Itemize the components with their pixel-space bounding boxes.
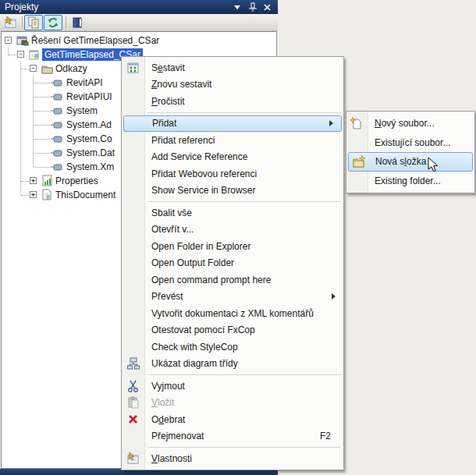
tree-item-label[interactable]: RevitAPI — [64, 76, 105, 89]
expander-icon[interactable]: + — [30, 191, 37, 198]
menu-item-paste: Vložit — [122, 395, 343, 412]
refresh-button[interactable] — [44, 15, 62, 30]
properties-node-icon — [41, 175, 54, 187]
menu-item-add[interactable]: Přidat — [123, 115, 342, 133]
solution-icon — [16, 34, 29, 47]
toolbar-separator — [22, 16, 23, 28]
refresh-icon — [47, 16, 59, 29]
submenu-item-new-file[interactable]: Nový soubor... — [346, 114, 474, 133]
menu-item-label: Přejmenovat — [122, 431, 204, 441]
menu-item-convert[interactable]: Převést — [122, 289, 343, 306]
menu-item-open-output-folder[interactable]: Open Output Folder — [122, 255, 343, 272]
expander-icon[interactable]: + — [30, 177, 37, 184]
menu-separator — [147, 447, 341, 448]
menu-item-label: Add Service Reference — [122, 151, 247, 162]
svg-text:#: # — [34, 52, 38, 60]
menu-item-show-service-in-browser[interactable]: Show Service in Browser — [122, 183, 343, 200]
menu-separator — [147, 112, 341, 113]
menu-item-properties[interactable]: Vlastnosti — [122, 450, 343, 467]
menu-item-rebuild[interactable]: Znovu sestavit — [122, 76, 343, 94]
menu-separator — [147, 374, 341, 375]
tree-item-label[interactable]: Properties — [53, 175, 101, 187]
menu-item-check-with-stylecop[interactable]: Check with StyleCop — [122, 339, 343, 356]
class-diagram-icon — [127, 357, 140, 370]
paste-icon — [127, 396, 140, 409]
menu-item-label: Open Folder in Explorer — [122, 241, 250, 252]
book-button[interactable] — [68, 15, 87, 30]
submenu-arrow-icon — [332, 293, 336, 300]
panel-titlebar[interactable]: Projekty — [0, 0, 278, 14]
tree-row-solution[interactable]: - Řešení GetTimeElapsed_CSar — [2, 34, 276, 48]
svg-text:#: # — [46, 193, 50, 201]
menu-item-clean[interactable]: Pročistit — [122, 93, 343, 110]
submenu-item-existing-file[interactable]: Existující soubor... — [346, 133, 474, 153]
reference-icon — [51, 161, 63, 173]
reference-icon — [51, 119, 63, 131]
reference-icon — [51, 76, 63, 89]
reference-icon — [51, 105, 63, 117]
tree-item-label[interactable]: System.Dat — [64, 147, 117, 159]
csharp-file-icon: # — [41, 189, 54, 201]
menu-item-open-folder-in-explorer[interactable]: Open Folder in Explorer — [122, 238, 343, 255]
menu-item-test-with-fxcop[interactable]: Otestovat pomocí FxCop — [122, 322, 343, 339]
panel-title: Projekty — [0, 2, 38, 12]
expander-icon[interactable]: - — [30, 65, 37, 72]
menu-item-open-in[interactable]: Otevřít v... — [122, 222, 343, 239]
menu-item-label: Otevřít v... — [122, 224, 194, 235]
tree-item-label[interactable]: System.Xm — [64, 161, 116, 173]
delete-icon — [127, 413, 140, 426]
add-submenu: Nový soubor... Existující soubor... Nová… — [346, 111, 475, 193]
submenu-arrow-icon — [329, 120, 333, 126]
properties-icon — [5, 16, 17, 29]
submenu-item-existing-folder[interactable]: Existing folder... — [346, 172, 474, 191]
toolbar-separator — [66, 16, 66, 28]
window-menu-icon[interactable] — [233, 2, 242, 12]
menu-item-label: Pročistit — [122, 96, 185, 107]
menu-item-build[interactable]: Sestavit — [122, 59, 343, 76]
menu-separator — [147, 201, 341, 202]
show-all-files-button[interactable] — [24, 15, 43, 30]
properties-button[interactable] — [2, 15, 20, 30]
cut-icon — [127, 380, 140, 392]
properties-icon — [127, 452, 140, 465]
menu-item-shortcut: F2 — [320, 431, 331, 441]
tree-item-label[interactable]: System.Ad — [64, 119, 114, 131]
build-icon — [127, 62, 140, 74]
tree-item-label[interactable]: Odkazy — [53, 62, 90, 75]
expander-icon[interactable]: - — [17, 51, 24, 58]
menu-item-view-class-diagram[interactable]: Ukázat diagram třídy — [122, 356, 343, 373]
tree-item-label[interactable]: ThisDocument — [53, 189, 118, 201]
context-menu: Sestavit Znovu sestavit Pročistit Přidat… — [121, 56, 344, 470]
pin-icon[interactable] — [247, 2, 257, 12]
menu-item-label: Vytvořit dokumentaci z XML komentářů — [122, 308, 314, 319]
expander-icon[interactable]: - — [5, 37, 12, 44]
menu-item-label: Znovu sestavit — [122, 79, 211, 90]
csharp-project-icon: # — [29, 48, 41, 61]
tree-item-label[interactable]: RevitAPIUI — [64, 90, 115, 103]
tree-item-label[interactable]: System.Co — [64, 133, 115, 145]
menu-item-create-xml-doc[interactable]: Vytvořit dokumentaci z XML komentářů — [122, 305, 343, 322]
panel-toolbar — [0, 14, 278, 31]
tree-item-label[interactable]: System — [64, 105, 100, 117]
menu-item-label: Otestovat pomocí FxCop — [122, 324, 255, 335]
menu-item-collapse-all[interactable]: Sbalit vše — [122, 204, 343, 222]
menu-item-rename[interactable]: Přejmenovat F2 — [122, 428, 343, 445]
close-icon[interactable] — [262, 2, 272, 12]
menu-item-open-command-prompt[interactable]: Open command prompt here — [122, 271, 343, 289]
menu-item-add-web-reference[interactable]: Přidat Webovou referenci — [122, 165, 343, 183]
menu-item-label: Přidat Webovou referenci — [122, 168, 257, 179]
new-folder-icon — [353, 155, 365, 168]
tree-item-label[interactable]: Řešení GetTimeElapsed_CSar — [29, 34, 162, 47]
menu-item-label: Převést — [122, 291, 183, 302]
menu-item-label: Sbalit vše — [122, 207, 192, 218]
menu-item-cut[interactable]: Vyjmout — [122, 378, 343, 395]
menu-item-label: Existující soubor... — [346, 137, 450, 148]
menu-item-label: Show Service in Browser — [122, 185, 255, 196]
menu-item-label: Přidat — [124, 118, 176, 129]
menu-item-add-service-reference[interactable]: Add Service Reference — [122, 149, 343, 166]
book-icon — [71, 16, 83, 29]
menu-item-label: Open Output Folder — [122, 257, 234, 268]
menu-item-add-reference[interactable]: Přidat referenci — [122, 132, 343, 149]
menu-item-remove[interactable]: Odebrat — [122, 411, 343, 428]
submenu-item-new-folder[interactable]: Nová složka — [348, 152, 473, 172]
